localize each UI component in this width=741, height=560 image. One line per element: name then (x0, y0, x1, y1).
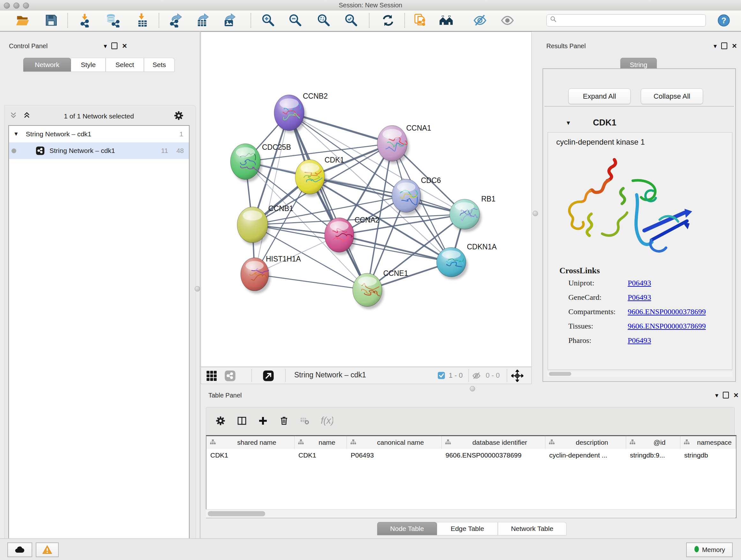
node-CCNB1[interactable] (237, 207, 270, 245)
tab-node-table[interactable]: Node Table (377, 522, 437, 535)
node-CCNA1[interactable] (377, 125, 409, 164)
function-builder-icon: f(x) (320, 415, 333, 427)
string-network-graph[interactable]: CCNB2CCNA1CDC25BCDK1CDC6RB1CCNB1CCNA2CDK… (201, 32, 531, 367)
control-panel-menu-icon[interactable]: ▾ (104, 43, 107, 49)
detach-view-icon[interactable] (262, 370, 274, 383)
tab-select[interactable]: Select (106, 58, 144, 71)
memory-button[interactable]: Memory (686, 543, 733, 557)
tab-network[interactable]: Network (23, 58, 71, 71)
column-header-database-identifier[interactable]: database identifier (442, 436, 545, 449)
save-session-button[interactable] (44, 13, 59, 28)
right-splitter-handle[interactable] (533, 211, 538, 216)
control-panel-close-icon[interactable]: ✕ (122, 43, 127, 49)
table-cell[interactable]: CDK1 (210, 449, 293, 462)
zoom-in-button[interactable] (261, 13, 276, 28)
node-CCNB2[interactable] (274, 95, 306, 133)
table-cell[interactable]: stringdb:9... (630, 449, 679, 462)
help-button[interactable]: ? (716, 13, 731, 28)
table-panel-float-icon[interactable] (723, 392, 729, 398)
import-network-file-button[interactable] (78, 13, 93, 28)
search-field[interactable] (546, 14, 706, 26)
gene-collapse-triangle-icon[interactable]: ▼ (565, 120, 571, 126)
crosslink-link[interactable]: P06493 (628, 336, 651, 345)
node-RB1[interactable] (450, 199, 482, 232)
network-overview-button[interactable] (439, 13, 454, 28)
column-header-name[interactable]: name (294, 436, 347, 449)
edge-CCNB2-HIST1H1A[interactable] (255, 113, 289, 274)
collapse-triangle-icon[interactable]: ▼ (13, 131, 19, 137)
crosslink-link[interactable]: P06493 (628, 279, 651, 287)
zoom-fit-button[interactable] (316, 13, 332, 28)
crosslink-link[interactable]: P06493 (628, 293, 651, 302)
column-header--id[interactable]: @id (626, 436, 680, 449)
control-panel-float-icon[interactable] (111, 43, 118, 49)
birds-eye-view-icon[interactable] (205, 370, 217, 382)
tab-style[interactable]: Style (71, 58, 106, 71)
network-options-gear-icon[interactable] (173, 110, 184, 122)
network-collection-row[interactable]: ▼ String Network – cdk1 1 (9, 126, 189, 142)
export-image-button[interactable] (222, 13, 237, 28)
add-column-button[interactable] (258, 416, 268, 427)
node-CDK1[interactable] (295, 160, 327, 197)
tab-network-table[interactable]: Network Table (498, 522, 566, 535)
table-panel-menu-icon[interactable]: ▾ (715, 392, 718, 398)
copy-network-to-clipboard-button[interactable] (413, 13, 428, 28)
expand-all-button[interactable]: Expand All (568, 88, 630, 104)
tab-edge-table[interactable]: Edge Table (437, 522, 498, 535)
left-splitter-handle[interactable] (195, 286, 200, 292)
column-header-canonical-name[interactable]: canonical name (347, 436, 442, 449)
selected-checkbox-icon[interactable] (437, 371, 446, 381)
results-hscrollbar[interactable] (548, 371, 732, 377)
import-table-file-button[interactable] (135, 13, 150, 28)
table-cell[interactable]: cyclin-dependent ... (549, 449, 625, 462)
cloud-button[interactable] (7, 543, 32, 557)
node-CDC25B[interactable] (230, 144, 262, 182)
collapse-all-networks-icon[interactable] (10, 111, 17, 120)
zoom-selected-button[interactable] (344, 13, 359, 28)
results-panel-menu-icon[interactable]: ▾ (714, 43, 717, 49)
zoom-out-button[interactable] (288, 13, 303, 28)
export-table-button[interactable] (195, 13, 210, 28)
search-input[interactable] (558, 17, 700, 24)
open-file-button[interactable] (15, 13, 30, 28)
crosslink-link[interactable]: 9606.ENSP00000378699 (628, 322, 706, 330)
table-cell[interactable]: stringdb (684, 449, 735, 462)
pan-crosshair-icon[interactable] (511, 370, 523, 383)
toolbar-separator (404, 13, 405, 28)
table-panel-close-icon[interactable]: ✕ (733, 392, 739, 398)
string-style-icon[interactable] (224, 370, 236, 383)
refresh-view-button[interactable] (381, 13, 396, 28)
edge-CCNA2-CDKN1A[interactable] (339, 235, 451, 262)
collapse-all-button[interactable]: Collapse All (641, 88, 703, 104)
export-network-button[interactable] (168, 13, 184, 28)
node-table[interactable]: shared namenamecanonical namedatabase id… (206, 435, 737, 518)
network-row-selected[interactable]: String Network – cdk1 11 48 (9, 142, 189, 159)
table-hscrollbar[interactable] (206, 509, 735, 518)
node-CCNA2[interactable] (325, 218, 356, 255)
edge-CCNB2-CCNE1[interactable] (289, 113, 367, 290)
network-view-canvas[interactable]: CCNB2CCNA1CDC25BCDK1CDC6RB1CCNB1CCNA2CDK… (201, 32, 532, 367)
results-panel-float-icon[interactable] (721, 43, 727, 49)
show-columns-button[interactable] (237, 416, 247, 427)
column-header-namespace[interactable]: namespace (680, 436, 736, 449)
column-header-description[interactable]: description (545, 436, 626, 449)
column-header-shared-name[interactable]: shared name (206, 436, 294, 449)
expand-all-networks-icon[interactable] (23, 111, 30, 120)
tab-sets[interactable]: Sets (144, 58, 175, 71)
table-options-gear-button[interactable] (215, 415, 226, 428)
show-all-button[interactable] (500, 13, 515, 28)
crosslink-link[interactable]: 9606.ENSP00000378699 (628, 307, 706, 316)
table-cell[interactable]: 9606.ENSP00000378699 (446, 449, 544, 462)
edge-HIST1H1A-CCNE1[interactable] (255, 274, 367, 290)
node-CDKN1A[interactable] (436, 247, 468, 280)
string-style-icon (224, 370, 236, 382)
hide-selected-button[interactable] (472, 13, 488, 28)
warnings-button[interactable] (36, 543, 59, 557)
delete-column-button[interactable] (279, 416, 289, 427)
import-network-database-button[interactable] (105, 13, 120, 28)
node-CCNE1[interactable] (353, 273, 384, 309)
results-panel-close-icon[interactable]: ✕ (732, 43, 737, 49)
table-cell[interactable]: CDK1 (298, 449, 346, 462)
node-CDC6[interactable] (392, 179, 422, 215)
table-cell[interactable]: P06493 (351, 449, 441, 462)
